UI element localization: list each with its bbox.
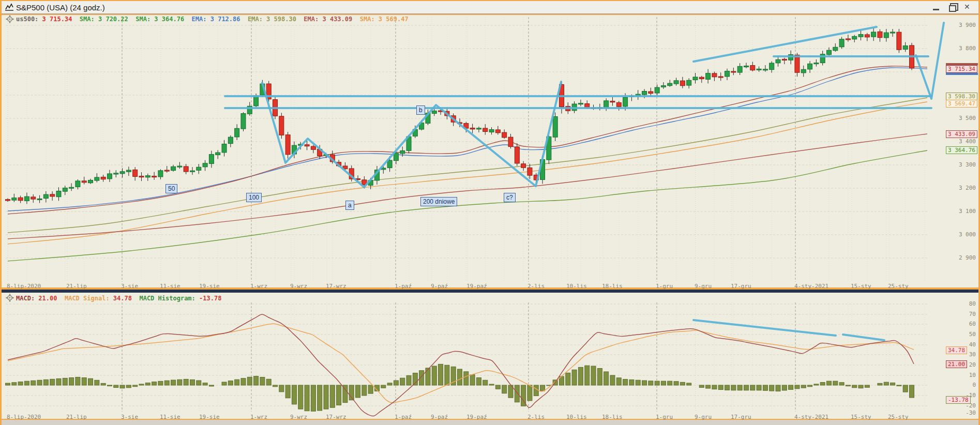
indicator-label: SMA: <box>135 16 154 23</box>
candle-down <box>521 164 526 168</box>
macd-indicator-header: MACD: 21.00 MACD Signal: 34.78 MACD Hist… <box>16 295 229 302</box>
indicator-value: 3 712.86 <box>210 16 248 23</box>
annotation-a[interactable]: a <box>345 201 354 210</box>
main-x-axis-tick: 18-lis <box>602 283 623 290</box>
main-x-axis-tick: 15-sty <box>851 283 871 290</box>
candle-up <box>674 81 679 84</box>
annotation-50[interactable]: 50 <box>165 184 177 193</box>
indicator-value: 3 569.47 <box>379 16 416 23</box>
candle-down <box>750 66 755 70</box>
main-x-axis-tick: 1-gru <box>656 283 673 290</box>
candle-up <box>668 83 672 86</box>
macd-x-axis-tick: 9-paź <box>431 414 448 420</box>
candle-up <box>387 160 392 168</box>
main-indicator-header: us500: 3 715.34 SMA: 3 720.22 SMA: 3 364… <box>16 16 416 23</box>
candle-down <box>305 145 309 146</box>
candle-up <box>177 166 182 167</box>
candle-down <box>152 176 157 177</box>
main-x-axis-tick: 9-wrz <box>290 283 307 290</box>
candle-up <box>88 180 93 183</box>
price-label: 3 364.76 <box>946 146 977 154</box>
candle-up <box>69 187 74 188</box>
indicator-value: 3 720.22 <box>98 16 135 23</box>
indicator-label: EMA: <box>248 16 266 23</box>
restore-button[interactable] <box>948 3 957 11</box>
macd-x-axis-tick: 11-sie <box>160 414 180 420</box>
candle-up <box>126 170 131 172</box>
candle-up <box>884 33 888 38</box>
annotation-200dniowe[interactable]: 200 dniowe <box>420 197 457 206</box>
macd-x-axis-tick: 18-lis <box>602 414 623 420</box>
macd-x-axis-tick: 21-lip <box>66 414 87 420</box>
candle-up <box>808 64 812 69</box>
candle-up <box>693 77 698 80</box>
candle-down <box>133 170 138 176</box>
annotation-b[interactable]: b <box>416 105 425 115</box>
macd-y-axis-tick: 50 <box>944 331 976 338</box>
close-icon: ✕ <box>964 3 970 11</box>
candle-up <box>476 128 481 129</box>
main-x-axis-tick: 9-paź <box>431 283 448 290</box>
annotation-c[interactable]: c? <box>504 193 516 202</box>
main-x-axis-tick: 25-sty <box>888 283 909 290</box>
indicator-label: MACD Signal: <box>65 295 113 302</box>
close-button[interactable]: ✕ <box>964 3 972 11</box>
main-x-axis-tick: 9-gru <box>695 283 712 290</box>
candle-up <box>737 66 742 72</box>
candle-down <box>846 39 850 40</box>
macd-y-axis-tick: -30 <box>944 409 976 416</box>
candle-up <box>254 96 259 106</box>
main-y-axis-tick: 3 800 <box>944 45 976 52</box>
candle-up <box>241 114 246 129</box>
macd-x-axis-tick: 9-gru <box>695 414 712 420</box>
candle-up <box>56 191 61 197</box>
macd-value-label: 34.78 <box>946 346 967 354</box>
macd-x-axis-tick: 8-lip-2020 <box>7 414 41 420</box>
chart-line-icon <box>5 3 14 11</box>
candle-down <box>527 168 532 175</box>
main-y-axis-tick: 3 900 <box>944 22 976 28</box>
macd-indicator-settings-icon[interactable] <box>5 293 15 303</box>
candle-down <box>699 77 704 79</box>
minimize-icon <box>933 3 939 10</box>
candle-down <box>502 132 507 138</box>
main-x-axis-tick: 1-wrz <box>250 283 267 290</box>
candle-up <box>37 199 42 200</box>
pane-separator-navy <box>2 290 978 293</box>
candle-up <box>95 177 99 180</box>
candle-down <box>470 128 475 129</box>
indicator-label: MACD Histogram: <box>139 295 199 302</box>
minimize-button[interactable] <box>933 3 941 11</box>
macd-x-axis-tick: 25-sty <box>888 414 909 420</box>
macd-x-axis-tick: 17-wrz <box>326 414 346 420</box>
candle-up <box>903 46 908 50</box>
main-y-axis-tick: 2 900 <box>944 254 976 261</box>
macd-x-axis-tick: 1-gru <box>656 414 673 420</box>
candle-up <box>871 32 876 37</box>
macd-x-axis-tick: 19-sie <box>199 414 220 420</box>
candle-up <box>725 71 730 77</box>
candle-up <box>489 130 494 132</box>
candle-down <box>712 73 717 77</box>
candle-down <box>6 200 10 201</box>
macd-y-axis-tick: 0 <box>944 382 976 388</box>
candle-up <box>63 188 67 192</box>
candle-up <box>578 103 583 104</box>
title-bar[interactable]: S&P500 (USA) (24 godz.) ✕ <box>2 0 978 14</box>
main-indicator-settings-icon[interactable] <box>5 14 15 24</box>
candle-down <box>878 32 882 37</box>
candle-up <box>814 63 819 64</box>
candle-up <box>661 86 666 87</box>
indicator-value: -13.78 <box>199 295 229 302</box>
annotation-100[interactable]: 100 <box>246 193 262 202</box>
candle-up <box>891 32 895 33</box>
indicator-label: us500: <box>16 16 42 23</box>
price-label: 3 715.34 <box>946 65 977 73</box>
candle-up <box>706 73 711 80</box>
candle-down <box>508 137 513 146</box>
main-x-axis-tick: 10-lis <box>566 283 587 290</box>
price-label: 3 569.47 <box>946 100 977 108</box>
indicator-label: SMA: <box>80 16 98 23</box>
price-label: 3 433.09 <box>946 130 977 138</box>
candle-up <box>757 69 761 70</box>
